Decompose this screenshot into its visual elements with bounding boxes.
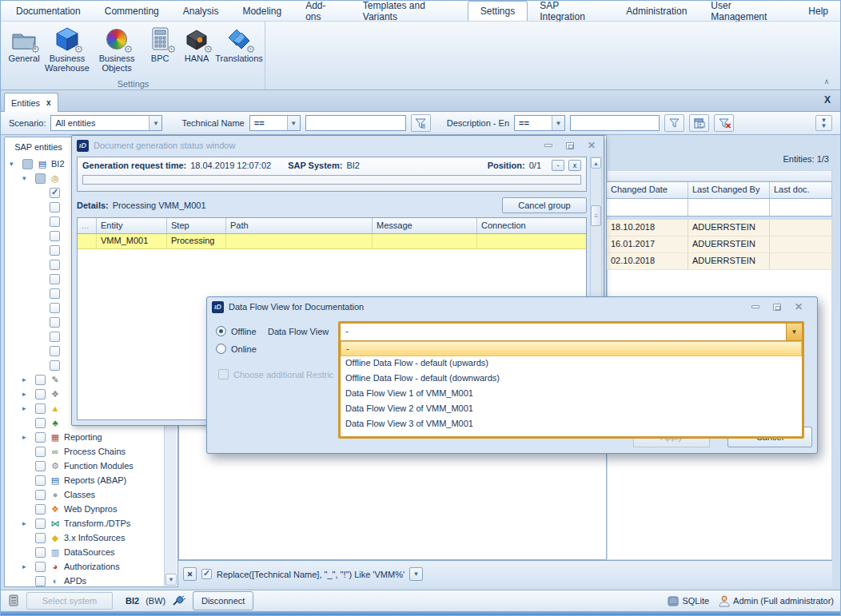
column-header-connection[interactable]: Connection bbox=[477, 218, 586, 233]
tree-checkbox[interactable] bbox=[35, 519, 46, 529]
additional-restrictions-checkbox[interactable] bbox=[218, 369, 229, 380]
dropdown-option[interactable]: Offline Data Flow - default (downwards) bbox=[341, 372, 802, 387]
tree-checkbox[interactable] bbox=[35, 504, 46, 515]
cancel-group-button[interactable]: Cancel group bbox=[502, 197, 587, 213]
chevron-icon[interactable] bbox=[22, 174, 35, 182]
filter-cell[interactable] bbox=[607, 199, 688, 216]
tree-checkbox[interactable] bbox=[50, 346, 60, 356]
filter-cell[interactable] bbox=[688, 199, 770, 216]
offline-radio[interactable] bbox=[216, 326, 226, 336]
column-header-dots[interactable]: ... bbox=[78, 218, 97, 233]
position-minimize-button[interactable]: - bbox=[552, 160, 564, 171]
tree-checkbox[interactable] bbox=[35, 547, 46, 558]
table-row[interactable]: 16.01.2017 ADUERRSTEIN bbox=[607, 236, 832, 253]
tree-row[interactable]: ▥ DataSources bbox=[5, 545, 177, 559]
chevron-down-icon[interactable]: ▼ bbox=[149, 116, 161, 130]
scrollbar-thumb[interactable]: ≡ bbox=[591, 205, 601, 226]
data-flow-view-select[interactable]: - ▼ bbox=[341, 324, 802, 341]
business-warehouse-button[interactable]: ⚙ Business Warehouse bbox=[42, 25, 92, 74]
dropdown-option[interactable]: Data Flow View 3 of VMM_M001 bbox=[341, 417, 802, 432]
tree-checkbox[interactable] bbox=[50, 217, 60, 227]
column-header-last-doc[interactable]: Last doc. bbox=[770, 182, 832, 198]
tab-entities[interactable]: Entities x bbox=[4, 93, 58, 112]
tree-checkbox[interactable] bbox=[35, 562, 46, 572]
column-header-step[interactable]: Step bbox=[167, 218, 226, 233]
filter-editor-button[interactable] bbox=[689, 114, 709, 132]
menu-item[interactable]: Modeling bbox=[230, 1, 293, 21]
column-header-message[interactable]: Message bbox=[373, 218, 477, 233]
filter-cell[interactable] bbox=[770, 199, 832, 216]
tab-sap-entities[interactable]: SAP entities bbox=[4, 137, 73, 157]
tree-row[interactable]: ❖ Web Dynpros bbox=[5, 502, 177, 516]
chevron-icon[interactable] bbox=[22, 519, 35, 527]
chevron-icon[interactable] bbox=[22, 390, 35, 398]
tree-checkbox[interactable] bbox=[50, 260, 60, 270]
dialog-titlebar[interactable]: ıD Document generation status window ✕ bbox=[72, 136, 604, 155]
disconnect-button[interactable]: Disconnect bbox=[193, 591, 253, 610]
table-row[interactable]: VMM_M001 Processing bbox=[78, 234, 586, 249]
tree-row[interactable]: ▤ Reports (ABAP) bbox=[5, 473, 177, 487]
translations-button[interactable]: ⚙ Translations bbox=[215, 25, 263, 65]
chevron-down-icon[interactable]: ▼ bbox=[287, 116, 300, 130]
tree-checkbox[interactable] bbox=[35, 461, 46, 471]
menu-item[interactable]: Settings bbox=[468, 1, 528, 21]
dropdown-option[interactable]: Data Flow View 2 of VMM_M001 bbox=[341, 402, 802, 417]
chevron-icon[interactable] bbox=[22, 404, 35, 412]
tree-checkbox[interactable] bbox=[35, 447, 46, 457]
tabstrip-close-icon[interactable]: X bbox=[824, 94, 831, 105]
tree-row[interactable]: ● Classes bbox=[5, 487, 177, 502]
tree-checkbox[interactable] bbox=[50, 303, 60, 313]
tree-checkbox[interactable] bbox=[50, 245, 60, 256]
tree-checkbox[interactable] bbox=[35, 375, 46, 385]
technical-name-input[interactable] bbox=[305, 115, 406, 131]
chevron-down-icon[interactable]: ▼ bbox=[786, 324, 802, 340]
restore-icon[interactable] bbox=[770, 302, 784, 312]
chevron-icon[interactable] bbox=[22, 562, 35, 570]
hana-button[interactable]: ⚙ HANA bbox=[178, 25, 215, 65]
tree-row[interactable]: ◕ Authorizations bbox=[5, 559, 177, 574]
tree-checkbox[interactable] bbox=[50, 288, 60, 299]
menu-item[interactable]: Documentation bbox=[4, 1, 93, 21]
clear-filter-button[interactable]: ✕ bbox=[714, 114, 734, 132]
position-close-button[interactable]: x bbox=[568, 160, 581, 171]
column-header-last-changed-by[interactable]: Last Changed By bbox=[688, 182, 770, 198]
technical-name-operator-select[interactable]: == ▼ bbox=[249, 115, 301, 131]
minimize-icon[interactable] bbox=[748, 302, 763, 312]
menu-item[interactable]: Add-ons bbox=[293, 1, 351, 21]
menu-item[interactable]: Templates and Variants bbox=[351, 1, 468, 21]
menu-item[interactable]: User Management bbox=[699, 1, 796, 21]
bpc-button[interactable]: ⚙ BPC bbox=[141, 25, 178, 65]
tree-checkbox[interactable] bbox=[50, 202, 60, 213]
tree-row[interactable]: ▦ Reporting bbox=[5, 430, 177, 444]
tree-checkbox[interactable] bbox=[35, 533, 46, 543]
tree-row[interactable]: ⚙ Function Modules bbox=[5, 459, 177, 473]
tree-checkbox[interactable] bbox=[35, 576, 46, 586]
filter-condition-button[interactable] bbox=[411, 114, 431, 132]
table-row[interactable]: 02.10.2018 ADUERRSTEIN bbox=[607, 253, 832, 270]
tree-checkbox[interactable] bbox=[35, 490, 46, 500]
close-icon[interactable]: ✕ bbox=[584, 141, 599, 151]
dropdown-option[interactable]: - bbox=[341, 341, 802, 356]
scroll-up-icon[interactable]: ▲ bbox=[591, 157, 601, 169]
chevron-icon[interactable] bbox=[22, 433, 35, 441]
tree-checkbox[interactable] bbox=[22, 159, 33, 169]
tree-row[interactable]: ◐ APDs bbox=[5, 574, 177, 587]
apply-filter-button[interactable] bbox=[664, 114, 684, 132]
tab-close-icon[interactable]: x bbox=[46, 98, 51, 107]
tree-row[interactable]: ∞ Process Chains bbox=[5, 444, 177, 459]
tree-checkbox[interactable] bbox=[35, 403, 46, 414]
tree-checkbox[interactable] bbox=[50, 332, 60, 342]
scroll-down-icon[interactable]: ▼ bbox=[165, 574, 177, 586]
tree-checkbox[interactable] bbox=[50, 360, 60, 371]
tree-checkbox[interactable] bbox=[50, 188, 60, 198]
dialog-titlebar[interactable]: ıD Data Flow View for Documentation ✕ bbox=[207, 297, 817, 316]
column-header-entity[interactable]: Entity bbox=[97, 218, 167, 233]
menu-item[interactable]: Commenting bbox=[93, 1, 171, 21]
tree-checkbox[interactable] bbox=[50, 317, 60, 328]
chevron-down-icon[interactable]: ▼ bbox=[552, 116, 564, 130]
tree-checkbox[interactable] bbox=[35, 418, 46, 428]
tree-row[interactable]: ◆ 3.x InfoSources bbox=[5, 531, 177, 545]
chevron-icon[interactable] bbox=[10, 160, 22, 168]
menu-item[interactable]: Help bbox=[796, 1, 840, 21]
description-operator-select[interactable]: == ▼ bbox=[514, 115, 565, 131]
